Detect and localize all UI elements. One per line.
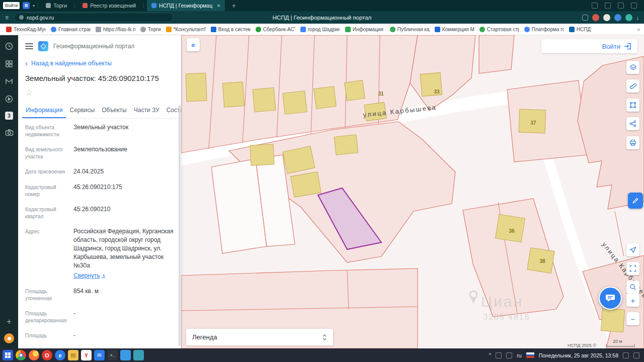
terminal-icon[interactable]: >_: [107, 350, 118, 360]
taskbar-datetime[interactable]: Понедельник, 25 авг 2025, 13:58: [539, 352, 618, 358]
bookmark-item[interactable]: https://fias-lk.nal: [94, 27, 137, 32]
zoom-out-button[interactable]: −: [626, 312, 639, 325]
bookmark-item[interactable]: Стартовая стран: [477, 27, 521, 32]
map-container[interactable]: 31 33 37 36 38 улица Карбышева улица Кар…: [181, 35, 644, 348]
file-manager-icon[interactable]: ▤: [68, 350, 78, 360]
opera-icon[interactable]: O: [42, 350, 52, 360]
chat-support-button[interactable]: [599, 287, 622, 310]
yandex-browser-icon[interactable]: Y: [81, 350, 92, 360]
tab-parcel-parts[interactable]: Части ЗУ: [130, 102, 163, 118]
tab-search-icon[interactable]: [592, 3, 598, 9]
tab-information[interactable]: Информация: [22, 102, 66, 118]
firefox-icon[interactable]: [29, 350, 39, 360]
extensions-icon[interactable]: [582, 15, 588, 21]
profile-avatar[interactable]: [603, 14, 610, 21]
pinned-tab-chip[interactable]: Войти: [3, 2, 20, 9]
edge-icon[interactable]: e: [55, 350, 65, 360]
download-icon[interactable]: ↓: [636, 15, 639, 21]
cadastral-map[interactable]: 31 33 37 36 38 улица Карбышева улица Кар…: [181, 35, 644, 348]
ruler-icon: [629, 82, 637, 90]
sidebar-toggle-icon[interactable]: ≡: [5, 14, 9, 21]
keyboard-flag-icon[interactable]: [526, 352, 534, 358]
share-button[interactable]: [626, 117, 639, 130]
attribution-text: НСПД 2025 ©: [568, 343, 597, 348]
add-panel-icon[interactable]: +: [7, 318, 11, 326]
favorite-star-icon[interactable]: ☆: [18, 83, 40, 98]
tab-objects[interactable]: Объекты: [98, 102, 130, 118]
browser-tab-torgi[interactable]: Торги: [41, 0, 71, 11]
history-icon[interactable]: [4, 41, 14, 51]
tab-list-icon[interactable]: [605, 3, 611, 9]
back-to-results-link[interactable]: ‹ Назад в найденные объекты: [18, 53, 181, 67]
apps-grid-icon[interactable]: [4, 59, 14, 69]
zoom-in-button[interactable]: +: [626, 294, 639, 307]
full-extent-button[interactable]: [626, 262, 639, 275]
parcel-number-36: 36: [509, 228, 515, 234]
screenshot-icon[interactable]: [618, 3, 624, 9]
taskbar: O e ▤ Y ✉ >_ ^ ru Понедельник, 25 авг 20…: [0, 348, 644, 362]
site-security-icon: [19, 15, 24, 20]
bookmark-favicon: [479, 27, 485, 32]
chrome-icon[interactable]: [16, 350, 26, 360]
tray-expand-icon[interactable]: ^: [489, 352, 492, 358]
editor-icon[interactable]: [120, 350, 131, 360]
watermark-name: Циан: [481, 293, 523, 310]
media-play-icon[interactable]: [4, 94, 14, 104]
bookmark-item[interactable]: *КонсультантПлю: [164, 27, 208, 32]
profile-avatar[interactable]: [592, 14, 599, 21]
close-tab-icon[interactable]: ×: [217, 3, 220, 9]
locate-button[interactable]: [626, 243, 639, 256]
profile-avatar[interactable]: [614, 14, 621, 21]
tab-services[interactable]: Сервисы: [66, 102, 98, 118]
tab-divider: [38, 3, 38, 9]
bookmark-item[interactable]: Вход в систему: [209, 27, 253, 32]
bookmark-item[interactable]: ТехноКад-Муници: [4, 27, 48, 32]
field-label: Вид объекта недвижимости: [25, 123, 73, 138]
panel-collapse-button[interactable]: «: [187, 38, 200, 51]
zoom-area-button[interactable]: [626, 281, 639, 294]
show-desktop-button[interactable]: [633, 352, 639, 358]
bookmark-item[interactable]: Платформа госу: [522, 27, 566, 32]
mail-app-icon[interactable]: ✉: [94, 350, 105, 360]
profile-avatar[interactable]: [625, 14, 632, 21]
menu-icon[interactable]: [25, 43, 33, 49]
field-value: 24.04.2025: [73, 167, 174, 176]
browser-tab-reestr[interactable]: Реестр извещений: [78, 0, 140, 11]
browser-logo-icon[interactable]: B: [23, 2, 30, 9]
documents-icon[interactable]: [133, 350, 144, 360]
measure-area-button[interactable]: [626, 99, 639, 112]
bookmark-item[interactable]: Коммерция МО: [433, 27, 476, 32]
tray-status-icon[interactable]: [496, 352, 502, 358]
bookmark-item[interactable]: НСПД: [567, 27, 593, 32]
new-tab-button[interactable]: +: [228, 2, 240, 10]
start-button[interactable]: [3, 350, 13, 360]
language-indicator[interactable]: ru: [517, 352, 521, 358]
notifications-badge[interactable]: 3: [5, 112, 13, 120]
bookmark-item[interactable]: Публичная кадас: [388, 27, 432, 32]
mail-icon[interactable]: [4, 76, 14, 86]
legend-bar[interactable]: Легенда: [186, 329, 333, 345]
field-label: Кадастровый квартал: [25, 205, 73, 220]
print-button[interactable]: [626, 136, 639, 149]
login-button[interactable]: Войти: [541, 39, 637, 53]
nspd-logo-icon[interactable]: [38, 41, 48, 51]
bookmark-item[interactable]: Торги: [138, 27, 163, 32]
tray-network-icon[interactable]: [506, 352, 512, 358]
bookmark-item[interactable]: Главная страница: [49, 27, 93, 32]
chevron-down-icon[interactable]: ▾: [33, 4, 35, 8]
bookmark-item[interactable]: город Шадринск: [298, 27, 342, 32]
tray-volume-icon[interactable]: [623, 352, 629, 358]
bookmark-item[interactable]: Информация о р: [343, 27, 387, 32]
camera-icon[interactable]: [4, 127, 14, 137]
collapse-address-link[interactable]: Свернуть∧: [73, 272, 105, 280]
ruler-button[interactable]: [626, 79, 639, 93]
alice-assistant-icon[interactable]: [4, 333, 14, 343]
browser-tab-nspd-active[interactable]: НСПД | Геоинформац ×: [147, 0, 225, 11]
bookmarks-overflow-icon[interactable]: »: [637, 26, 640, 32]
draw-tool-button[interactable]: [628, 193, 643, 209]
panel-scrollbar[interactable]: [179, 105, 181, 346]
layers-button[interactable]: [626, 61, 639, 74]
address-field[interactable]: nspd.gov.ru: [14, 13, 174, 22]
bookmark-item[interactable]: Сбербанк-АСТ: [254, 27, 297, 32]
window-menu-icon[interactable]: [631, 3, 637, 9]
